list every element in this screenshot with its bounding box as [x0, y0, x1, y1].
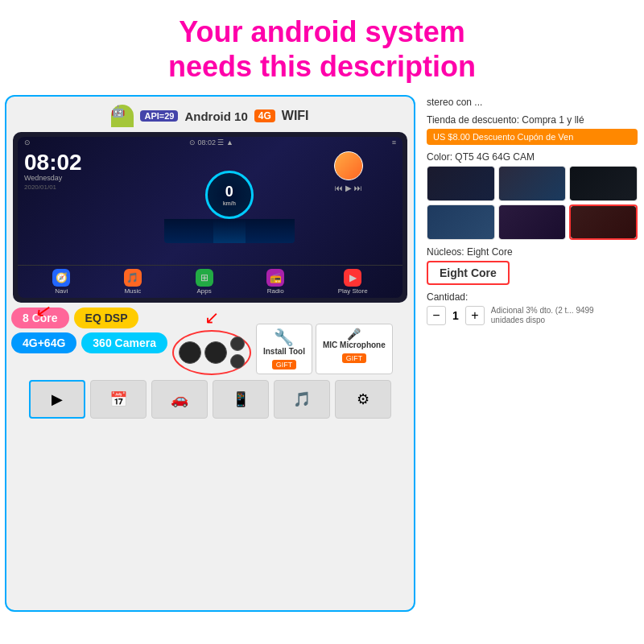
road-visual: [164, 219, 295, 243]
cam-small-group: [230, 336, 245, 369]
thumbnail-3[interactable]: 📱: [213, 380, 269, 419]
music-controls: ⏮ ▶ ⏭: [335, 184, 362, 192]
badge-360cam: 360 Camera: [81, 332, 167, 353]
color-grid: [427, 166, 638, 240]
quantity-row: − 1 + Adicional 3% dto. (2 t... 9499 uni…: [427, 306, 638, 325]
screen-icons-row: 🧭Navi🎵Music⊞Apps📻Radio▶Play Store: [18, 265, 402, 298]
screen-content: 08:02 Wednesday 2020/01/01 0 km/h: [18, 148, 402, 265]
main-layout: 🤖 API=29 Android 10 4G WIFI ⊙ ⊙ 08:02 ☰ …: [0, 92, 644, 615]
cantidad-section: Cantidad: − 1 + Adicional 3% dto. (2 t..…: [427, 291, 638, 325]
cantidad-label: Cantidad:: [427, 291, 638, 303]
features-badges: 8 Core EQ DSP 4G+64G 360 Camera ↙: [11, 308, 167, 353]
screen-icon-music[interactable]: 🎵Music: [124, 269, 142, 295]
install-label: Install Tool: [263, 347, 305, 356]
color-option-1[interactable]: [498, 166, 567, 201]
quantity-value: 1: [452, 309, 459, 322]
arrow-right: ↙: [204, 308, 219, 328]
camera-group: ↙: [172, 308, 251, 375]
sidebar: stereo con ... Tienda de descuento: Comp…: [420, 92, 644, 615]
android-label: Android 10: [184, 109, 247, 123]
cam-sm1: [230, 336, 245, 351]
gift-install: 🔧 Install Tool GIFT: [256, 324, 312, 374]
prev-icon: ⏮: [335, 184, 343, 192]
speedometer: 0 km/h: [205, 171, 254, 219]
car-screen: ⊙ ⊙ 08:02 ☰ ▲ ≡ 08:02 Wednesday 2020/01/…: [18, 137, 402, 298]
color-option-3[interactable]: [427, 204, 495, 240]
screen-icon-play store[interactable]: ▶Play Store: [338, 269, 368, 295]
screen-settings-icon: ≡: [392, 138, 396, 147]
speed-unit: km/h: [223, 200, 236, 206]
quantity-plus-button[interactable]: +: [465, 306, 485, 325]
badge-4g64g: 4G+64G: [11, 332, 76, 353]
color-option-4[interactable]: [498, 204, 567, 240]
features-camera-row: 8 Core EQ DSP 4G+64G 360 Camera ↙ ↙: [11, 308, 409, 375]
header: Your android system needs this descripti…: [0, 0, 644, 92]
badge-eqdsp: EQ DSP: [74, 308, 139, 328]
screen-home-icon: ⊙: [24, 138, 31, 147]
play-icon: ▶: [345, 184, 352, 192]
mic-gift-badge: GIFT: [342, 353, 367, 363]
color-label: Color: QT5 4G 64G CAM: [427, 151, 638, 163]
badge-row2: 4G+64G 360 Camera: [11, 332, 167, 353]
wifi-badge: WIFI: [282, 109, 309, 123]
fourgbadge: 4G: [254, 109, 275, 122]
header-title-line1: Your android system: [179, 15, 464, 48]
thumbnail-4[interactable]: 🎵: [274, 380, 330, 419]
android-bar: 🤖 API=29 Android 10 4G WIFI: [11, 101, 409, 132]
screen-icon-apps[interactable]: ⊞Apps: [196, 269, 213, 295]
thumbnail-5[interactable]: ⚙: [335, 380, 391, 419]
avatar: [334, 151, 363, 180]
screen-top-bar: ⊙ ⊙ 08:02 ☰ ▲ ≡: [18, 137, 402, 148]
nucleos-label: Núcleos: Eight Core: [427, 246, 638, 258]
thumbnail-2[interactable]: 🚗: [151, 380, 208, 419]
screen-day: Wednesday: [24, 174, 158, 182]
color-section: Color: QT5 4G 64G CAM: [427, 151, 638, 240]
thumbnail-1[interactable]: 📅: [90, 380, 147, 419]
screen-right: ⏮ ▶ ⏭: [295, 148, 402, 265]
header-title-line2: needs this description: [168, 50, 476, 83]
quantity-minus-button[interactable]: −: [427, 306, 446, 325]
cam-side: [204, 341, 227, 364]
api-badge: API=29: [140, 110, 178, 122]
discount-label: Tienda de descuento: Compra 1 y llé: [427, 114, 638, 126]
screen-icon-radio[interactable]: 📻Radio: [266, 269, 284, 295]
mic-icon: 🎤: [323, 328, 386, 341]
install-gift-badge: GIFT: [272, 360, 297, 369]
android-icon: 🤖: [111, 105, 134, 127]
nucleos-section: Núcleos: Eight Core Eight Core: [427, 246, 638, 285]
mic-label: MIC Microphone: [323, 341, 386, 349]
color-option-5[interactable]: [569, 204, 638, 240]
header-title: Your android system needs this descripti…: [8, 14, 636, 84]
product-section: 🤖 API=29 Android 10 4G WIFI ⊙ ⊙ 08:02 ☰ …: [5, 95, 415, 612]
screen-icon-navi[interactable]: 🧭Navi: [52, 269, 70, 295]
screen-clock-display: ⊙ 08:02 ☰ ▲: [189, 138, 233, 147]
color-option-0[interactable]: [427, 166, 495, 201]
next-icon: ⏭: [354, 184, 362, 192]
thumbnail-0[interactable]: ▶: [29, 380, 85, 419]
screen-time: 08:02: [24, 151, 158, 174]
discount-section: Tienda de descuento: Compra 1 y llé US $…: [427, 114, 638, 145]
speed-value: 0: [225, 184, 233, 200]
sidebar-product-title: stereo con ...: [427, 97, 638, 108]
discount-banner: US $8.00 Descuento Cupón de Ven: [427, 129, 638, 145]
quantity-note: Adicional 3% dto. (2 t... 9499 unidades …: [491, 306, 596, 325]
color-option-2[interactable]: [569, 166, 638, 201]
cam-main: [179, 341, 201, 364]
screen-center: 0 km/h: [164, 148, 295, 265]
tool-icon: 🔧: [263, 328, 305, 347]
car-screen-wrapper: ⊙ ⊙ 08:02 ☰ ▲ ≡ 08:02 Wednesday 2020/01/…: [13, 132, 407, 303]
thumbnails-row: ▶📅🚗📱🎵⚙: [11, 375, 409, 422]
screen-date: 2020/01/01: [24, 184, 158, 191]
cam-sm2: [230, 354, 245, 369]
eight-core-button[interactable]: Eight Core: [427, 261, 510, 285]
screen-left: 08:02 Wednesday 2020/01/01: [18, 148, 164, 265]
road-gradient: [213, 219, 246, 243]
gift-boxes: 🔧 Install Tool GIFT 🎤 MIC Microphone GIF…: [256, 324, 393, 374]
camera-circle: [172, 330, 251, 375]
gift-mic: 🎤 MIC Microphone GIFT: [316, 324, 393, 374]
